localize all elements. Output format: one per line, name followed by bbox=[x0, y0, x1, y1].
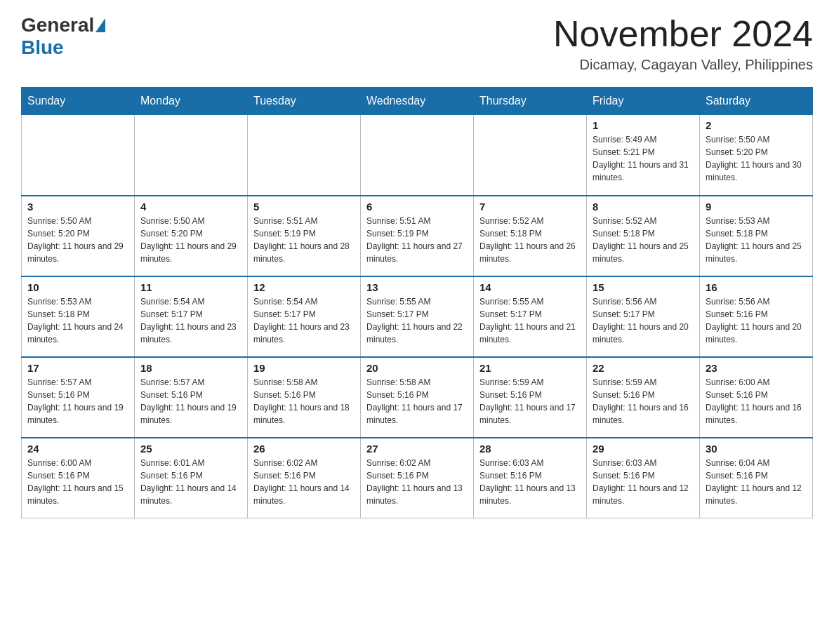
day-number: 2 bbox=[706, 119, 807, 131]
day-number: 14 bbox=[479, 281, 581, 293]
day-number: 17 bbox=[27, 362, 128, 374]
calendar-cell: 2Sunrise: 5:50 AM Sunset: 5:20 PM Daylig… bbox=[700, 115, 813, 196]
day-number: 30 bbox=[706, 443, 807, 455]
weekday-header-row: SundayMondayTuesdayWednesdayThursdayFrid… bbox=[22, 88, 813, 115]
day-info: Sunrise: 6:03 AM Sunset: 5:16 PM Dayligh… bbox=[593, 457, 694, 507]
day-number: 6 bbox=[366, 201, 468, 213]
calendar-cell: 12Sunrise: 5:54 AM Sunset: 5:17 PM Dayli… bbox=[248, 276, 361, 357]
day-number: 1 bbox=[593, 119, 694, 131]
calendar-cell: 17Sunrise: 5:57 AM Sunset: 5:16 PM Dayli… bbox=[22, 357, 135, 438]
calendar-cell: 8Sunrise: 5:52 AM Sunset: 5:18 PM Daylig… bbox=[587, 196, 700, 276]
day-info: Sunrise: 5:59 AM Sunset: 5:16 PM Dayligh… bbox=[479, 376, 581, 427]
day-number: 19 bbox=[253, 362, 355, 374]
day-info: Sunrise: 5:52 AM Sunset: 5:18 PM Dayligh… bbox=[593, 215, 694, 265]
day-info: Sunrise: 5:51 AM Sunset: 5:19 PM Dayligh… bbox=[253, 215, 355, 265]
day-number: 22 bbox=[593, 362, 694, 374]
calendar-cell: 21Sunrise: 5:59 AM Sunset: 5:16 PM Dayli… bbox=[474, 357, 587, 438]
day-info: Sunrise: 5:57 AM Sunset: 5:16 PM Dayligh… bbox=[27, 376, 128, 427]
calendar-cell: 29Sunrise: 6:03 AM Sunset: 5:16 PM Dayli… bbox=[587, 438, 700, 518]
calendar-table: SundayMondayTuesdayWednesdayThursdayFrid… bbox=[21, 87, 813, 518]
calendar-cell: 9Sunrise: 5:53 AM Sunset: 5:18 PM Daylig… bbox=[700, 196, 813, 276]
calendar-cell: 26Sunrise: 6:02 AM Sunset: 5:16 PM Dayli… bbox=[248, 438, 361, 518]
day-info: Sunrise: 5:49 AM Sunset: 5:21 PM Dayligh… bbox=[593, 133, 694, 184]
day-info: Sunrise: 6:04 AM Sunset: 5:16 PM Dayligh… bbox=[706, 457, 807, 507]
calendar-week-row: 10Sunrise: 5:53 AM Sunset: 5:18 PM Dayli… bbox=[22, 276, 813, 357]
day-number: 28 bbox=[479, 443, 581, 455]
day-number: 24 bbox=[27, 443, 128, 455]
calendar-cell: 24Sunrise: 6:00 AM Sunset: 5:16 PM Dayli… bbox=[22, 438, 135, 518]
calendar-cell: 7Sunrise: 5:52 AM Sunset: 5:18 PM Daylig… bbox=[474, 196, 587, 276]
day-info: Sunrise: 5:58 AM Sunset: 5:16 PM Dayligh… bbox=[366, 376, 468, 427]
calendar-week-row: 1Sunrise: 5:49 AM Sunset: 5:21 PM Daylig… bbox=[22, 115, 813, 196]
logo-triangle-icon bbox=[95, 18, 105, 32]
calendar-cell bbox=[474, 115, 587, 196]
day-number: 9 bbox=[706, 201, 807, 213]
day-info: Sunrise: 5:53 AM Sunset: 5:18 PM Dayligh… bbox=[27, 295, 128, 346]
calendar-cell: 23Sunrise: 6:00 AM Sunset: 5:16 PM Dayli… bbox=[700, 357, 813, 438]
day-number: 16 bbox=[706, 281, 807, 293]
day-info: Sunrise: 5:58 AM Sunset: 5:16 PM Dayligh… bbox=[253, 376, 355, 427]
calendar-cell bbox=[135, 115, 248, 196]
day-info: Sunrise: 6:03 AM Sunset: 5:16 PM Dayligh… bbox=[479, 457, 581, 507]
day-info: Sunrise: 5:56 AM Sunset: 5:16 PM Dayligh… bbox=[706, 295, 807, 346]
day-info: Sunrise: 5:52 AM Sunset: 5:18 PM Dayligh… bbox=[479, 215, 581, 265]
day-number: 10 bbox=[27, 281, 128, 293]
calendar-cell: 30Sunrise: 6:04 AM Sunset: 5:16 PM Dayli… bbox=[700, 438, 813, 518]
day-info: Sunrise: 6:00 AM Sunset: 5:16 PM Dayligh… bbox=[706, 376, 807, 427]
calendar-cell: 22Sunrise: 5:59 AM Sunset: 5:16 PM Dayli… bbox=[587, 357, 700, 438]
day-info: Sunrise: 5:50 AM Sunset: 5:20 PM Dayligh… bbox=[706, 133, 807, 184]
logo: General bbox=[21, 14, 107, 36]
weekday-header-wednesday: Wednesday bbox=[361, 88, 474, 115]
calendar-body: 1Sunrise: 5:49 AM Sunset: 5:21 PM Daylig… bbox=[22, 115, 813, 518]
calendar-cell: 16Sunrise: 5:56 AM Sunset: 5:16 PM Dayli… bbox=[700, 276, 813, 357]
calendar-cell: 1Sunrise: 5:49 AM Sunset: 5:21 PM Daylig… bbox=[587, 115, 700, 196]
day-number: 3 bbox=[27, 201, 128, 213]
calendar-cell: 3Sunrise: 5:50 AM Sunset: 5:20 PM Daylig… bbox=[22, 196, 135, 276]
calendar-cell: 15Sunrise: 5:56 AM Sunset: 5:17 PM Dayli… bbox=[587, 276, 700, 357]
month-title: November 2024 bbox=[553, 14, 813, 54]
calendar-cell: 18Sunrise: 5:57 AM Sunset: 5:16 PM Dayli… bbox=[135, 357, 248, 438]
calendar-cell: 6Sunrise: 5:51 AM Sunset: 5:19 PM Daylig… bbox=[361, 196, 474, 276]
day-info: Sunrise: 5:50 AM Sunset: 5:20 PM Dayligh… bbox=[140, 215, 241, 265]
day-info: Sunrise: 5:51 AM Sunset: 5:19 PM Dayligh… bbox=[366, 215, 468, 265]
day-number: 13 bbox=[366, 281, 468, 293]
calendar-cell: 5Sunrise: 5:51 AM Sunset: 5:19 PM Daylig… bbox=[248, 196, 361, 276]
calendar-cell: 14Sunrise: 5:55 AM Sunset: 5:17 PM Dayli… bbox=[474, 276, 587, 357]
day-info: Sunrise: 5:54 AM Sunset: 5:17 PM Dayligh… bbox=[140, 295, 241, 346]
day-info: Sunrise: 5:55 AM Sunset: 5:17 PM Dayligh… bbox=[479, 295, 581, 346]
day-info: Sunrise: 5:50 AM Sunset: 5:20 PM Dayligh… bbox=[27, 215, 128, 265]
calendar-cell: 10Sunrise: 5:53 AM Sunset: 5:18 PM Dayli… bbox=[22, 276, 135, 357]
weekday-header-tuesday: Tuesday bbox=[248, 88, 361, 115]
calendar-cell: 25Sunrise: 6:01 AM Sunset: 5:16 PM Dayli… bbox=[135, 438, 248, 518]
day-number: 7 bbox=[479, 201, 581, 213]
title-section: November 2024 Dicamay, Cagayan Valley, P… bbox=[553, 14, 813, 73]
day-info: Sunrise: 5:54 AM Sunset: 5:17 PM Dayligh… bbox=[253, 295, 355, 346]
day-number: 27 bbox=[366, 443, 468, 455]
calendar-cell bbox=[248, 115, 361, 196]
weekday-header-friday: Friday bbox=[587, 88, 700, 115]
weekday-header-saturday: Saturday bbox=[700, 88, 813, 115]
logo-blue-label: Blue bbox=[21, 36, 64, 58]
calendar-cell: 11Sunrise: 5:54 AM Sunset: 5:17 PM Dayli… bbox=[135, 276, 248, 357]
location-subtitle: Dicamay, Cagayan Valley, Philippines bbox=[553, 57, 813, 73]
weekday-header-thursday: Thursday bbox=[474, 88, 587, 115]
calendar-cell: 4Sunrise: 5:50 AM Sunset: 5:20 PM Daylig… bbox=[135, 196, 248, 276]
day-info: Sunrise: 5:56 AM Sunset: 5:17 PM Dayligh… bbox=[593, 295, 694, 346]
logo-container: General Blue bbox=[21, 14, 107, 59]
calendar-header: SundayMondayTuesdayWednesdayThursdayFrid… bbox=[22, 88, 813, 115]
day-number: 12 bbox=[253, 281, 355, 293]
calendar-week-row: 24Sunrise: 6:00 AM Sunset: 5:16 PM Dayli… bbox=[22, 438, 813, 518]
calendar-cell: 19Sunrise: 5:58 AM Sunset: 5:16 PM Dayli… bbox=[248, 357, 361, 438]
day-info: Sunrise: 6:00 AM Sunset: 5:16 PM Dayligh… bbox=[27, 457, 128, 507]
calendar-week-row: 17Sunrise: 5:57 AM Sunset: 5:16 PM Dayli… bbox=[22, 357, 813, 438]
calendar-cell: 13Sunrise: 5:55 AM Sunset: 5:17 PM Dayli… bbox=[361, 276, 474, 357]
day-number: 18 bbox=[140, 362, 241, 374]
calendar-cell: 27Sunrise: 6:02 AM Sunset: 5:16 PM Dayli… bbox=[361, 438, 474, 518]
day-info: Sunrise: 5:57 AM Sunset: 5:16 PM Dayligh… bbox=[140, 376, 241, 427]
weekday-header-sunday: Sunday bbox=[22, 88, 135, 115]
calendar-week-row: 3Sunrise: 5:50 AM Sunset: 5:20 PM Daylig… bbox=[22, 196, 813, 276]
day-info: Sunrise: 5:59 AM Sunset: 5:16 PM Dayligh… bbox=[593, 376, 694, 427]
calendar-cell: 28Sunrise: 6:03 AM Sunset: 5:16 PM Dayli… bbox=[474, 438, 587, 518]
day-number: 4 bbox=[140, 201, 241, 213]
day-info: Sunrise: 5:53 AM Sunset: 5:18 PM Dayligh… bbox=[706, 215, 807, 265]
